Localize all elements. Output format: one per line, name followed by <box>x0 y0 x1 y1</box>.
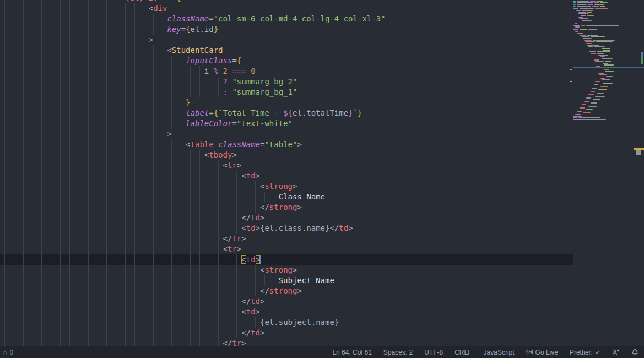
status-item-eol[interactable]: CRLF <box>454 349 472 356</box>
code-line[interactable]: Subject Name <box>0 275 573 286</box>
code-line[interactable]: </strong> <box>0 286 573 296</box>
prettier-button[interactable]: Prettier: ✓ <box>570 349 600 356</box>
indent-guide <box>199 338 200 346</box>
code-line[interactable]: className="col-sm-6 col-md-4 col-lg-4 co… <box>0 14 573 24</box>
indent-guide <box>181 192 181 202</box>
code-line[interactable]: lableColor="text-white" <box>0 118 573 129</box>
indent-guide <box>181 139 181 150</box>
code-line[interactable]: ? "summarg_bg_2" <box>0 77 573 87</box>
code-line[interactable]: : "summarg_bg_1" <box>0 87 573 97</box>
code-line[interactable]: <strong> <box>0 265 573 275</box>
problems-warnings-counter[interactable]: △ 0 <box>3 349 13 356</box>
indent-guide <box>171 139 172 150</box>
code-line[interactable]: <table className="table"> <box>0 139 573 150</box>
code-line[interactable]: > <box>0 35 573 45</box>
indent-guide <box>153 87 154 97</box>
indent-guide <box>144 45 144 56</box>
indent-guide <box>181 160 181 171</box>
status-item-encoding[interactable]: UTF-8 <box>424 349 443 356</box>
indent-guide <box>98 150 98 160</box>
editor-code-area[interactable]: (el, i) => {<divclassName="col-sm-6 col-… <box>0 0 573 346</box>
code-line[interactable]: <tr> <box>0 160 573 171</box>
indent-guide <box>134 56 135 66</box>
golive-button[interactable]: Go Live <box>526 349 558 356</box>
indent-guide <box>163 56 163 66</box>
code-line[interactable]: <td>{el.class.name}</td> <box>0 223 573 234</box>
indent-guide <box>125 87 126 97</box>
indent-guide <box>69 87 70 97</box>
indent-guide <box>153 77 154 87</box>
minimap-code-bar <box>581 15 586 16</box>
minimap-code-bar <box>597 1 603 2</box>
code-line[interactable]: {el.subject.name} <box>0 317 573 328</box>
code-line[interactable]: </strong> <box>0 202 573 213</box>
indent-guide <box>41 181 42 192</box>
indent-guide <box>209 275 209 286</box>
code-line[interactable]: <tbody> <box>0 150 573 160</box>
code-line[interactable]: <div <box>0 3 573 14</box>
editor-area[interactable]: (el, i) => {<divclassName="col-sm-6 col-… <box>0 0 644 346</box>
minimap-code-bar <box>594 46 605 47</box>
feedback-button[interactable] <box>612 349 620 356</box>
minimap-code-bar <box>577 6 591 7</box>
indent-guide <box>190 223 191 234</box>
indent-guide <box>228 181 228 192</box>
minimap-code-bar <box>580 18 588 19</box>
indent-guide <box>134 234 135 244</box>
code-line[interactable]: </td> <box>0 213 573 223</box>
code-line[interactable]: i % 2 === 0 <box>0 66 573 77</box>
indent-guide <box>88 192 89 202</box>
indent-guide <box>144 213 144 223</box>
indent-guide <box>98 192 98 202</box>
indent-guide <box>51 328 51 338</box>
indent-guide <box>41 118 42 129</box>
indent-guide <box>116 24 116 35</box>
indent-guide <box>163 338 163 346</box>
indent-guide <box>153 202 154 213</box>
code-line[interactable]: label={`Total Time - ${el.totalTime}`} <box>0 108 573 118</box>
status-item-language[interactable]: JavaScript <box>484 349 515 356</box>
notifications-button[interactable] <box>631 349 638 356</box>
status-item-line-col[interactable]: Ln 64, Col 61 <box>332 349 371 356</box>
indent-guide <box>181 275 181 286</box>
indent-guide <box>228 171 228 181</box>
indent-guide <box>23 77 24 87</box>
indent-guide <box>14 296 14 307</box>
indent-guide <box>125 118 126 129</box>
indent-guide <box>88 265 89 275</box>
indent-guide <box>14 24 14 35</box>
code-line[interactable]: </tr> <box>0 338 573 346</box>
indent-guide <box>98 317 98 328</box>
indent-guide <box>190 234 191 244</box>
code-line[interactable]: </td> <box>0 296 573 307</box>
indent-guide <box>228 275 228 286</box>
status-item-indentation[interactable]: Spaces: 2 <box>383 349 413 356</box>
minimap-code-bar <box>592 6 599 7</box>
code-line[interactable]: <StudentCard <box>0 45 573 56</box>
indent-guide <box>51 108 51 118</box>
code-line[interactable]: <td> <box>0 254 573 265</box>
code-line[interactable]: } <box>0 97 573 108</box>
indent-guide <box>171 244 172 254</box>
code-line[interactable]: <strong> <box>0 181 573 192</box>
code-line[interactable]: <tr> <box>0 244 573 254</box>
code-line[interactable]: Class Name <box>0 192 573 202</box>
indent-guide <box>181 150 181 160</box>
indent-guide <box>79 66 79 77</box>
code-line[interactable]: </td> <box>0 328 573 338</box>
indent-guide <box>4 234 5 244</box>
code-line[interactable]: key={el.id} <box>0 24 573 35</box>
code-line[interactable]: <td> <box>0 307 573 317</box>
indent-guide <box>4 3 5 14</box>
minimap-code-bar <box>580 35 586 36</box>
indent-guide <box>51 56 51 66</box>
indent-guide <box>264 275 265 286</box>
indent-guide <box>209 338 209 346</box>
code-line[interactable]: inputClass={ <box>0 56 573 66</box>
code-line[interactable]: <td> <box>0 171 573 181</box>
code-line[interactable]: > <box>0 129 573 139</box>
indent-guide <box>190 254 191 265</box>
indent-guide <box>144 296 144 307</box>
code-line[interactable]: </tr> <box>0 234 573 244</box>
minimap[interactable] <box>573 0 644 346</box>
